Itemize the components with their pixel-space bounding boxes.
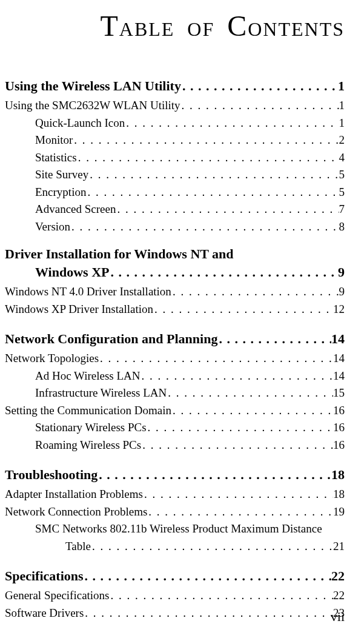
toc-label: Terminology bbox=[5, 633, 77, 638]
toc-sub: Network Connection Problems 19 bbox=[5, 503, 345, 521]
toc-page-num: 18 bbox=[333, 486, 345, 503]
toc-leader bbox=[181, 76, 338, 96]
toc-label: Table bbox=[65, 538, 91, 556]
toc-label: Stationary Wireless PCs bbox=[35, 419, 147, 437]
toc-page-num: 8 bbox=[339, 218, 345, 236]
toc-sub: Windows NT 4.0 Driver Installation 9 bbox=[5, 283, 345, 301]
toc-leader bbox=[77, 149, 339, 167]
toc-label: Monitor bbox=[35, 132, 73, 149]
toc-label: Specifications bbox=[5, 566, 84, 586]
toc-label: Advanced Screen bbox=[35, 201, 116, 218]
toc-label: Windows NT 4.0 Driver Installation bbox=[5, 283, 171, 301]
toc-subsub: Encryption 5 bbox=[35, 184, 345, 201]
toc-leader bbox=[153, 301, 333, 318]
toc-page-num: 1 bbox=[338, 76, 345, 96]
toc-leader bbox=[171, 283, 339, 301]
toc-page-num: 9 bbox=[339, 283, 345, 301]
toc-page-num: 14 bbox=[331, 329, 345, 349]
toc-page-num: 5 bbox=[339, 166, 345, 184]
toc-leader bbox=[77, 633, 331, 638]
toc-subsub: Statistics 4 bbox=[35, 149, 345, 167]
toc-label: Setting the Communication Domain bbox=[5, 402, 171, 420]
toc-subsub-wrap: SMC Networks 802.11b Wireless Product Ma… bbox=[35, 520, 345, 538]
toc-label: Infrastructure Wireless LAN bbox=[35, 384, 167, 402]
toc-subsub: Version 8 bbox=[35, 218, 345, 236]
toc-page-num: 22 bbox=[333, 587, 345, 605]
toc-section: Using the Wireless LAN Utility 1 bbox=[5, 76, 345, 96]
toc-sub: Adapter Installation Problems 18 bbox=[5, 486, 345, 503]
toc-leader bbox=[84, 566, 331, 586]
page-title: TABLE OF CONTENTS bbox=[5, 9, 345, 42]
toc-page-num: 22 bbox=[331, 566, 345, 586]
toc-leader bbox=[84, 605, 333, 622]
toc-label: Network Connection Problems bbox=[5, 503, 147, 521]
toc-label: SMC Networks 802.11b Wireless Product Ma… bbox=[35, 522, 322, 535]
toc-page-num: 24 bbox=[331, 633, 345, 638]
toc-leader bbox=[143, 486, 333, 503]
toc-page-num: 4 bbox=[339, 149, 345, 167]
toc-subsubsub: Table 21 bbox=[65, 538, 345, 556]
toc-leader bbox=[141, 368, 333, 385]
toc-leader bbox=[116, 201, 339, 218]
toc-label: Adapter Installation Problems bbox=[5, 486, 143, 503]
toc-leader bbox=[141, 437, 333, 454]
toc-subsub: Infrastructure Wireless LAN 15 bbox=[35, 384, 345, 402]
toc-leader bbox=[147, 503, 333, 521]
toc-label: Quick-Launch Icon bbox=[35, 115, 125, 132]
toc-subsub: Quick-Launch Icon 1 bbox=[35, 115, 345, 132]
toc-page-num: 12 bbox=[333, 301, 345, 318]
toc-leader bbox=[167, 384, 333, 402]
toc-leader bbox=[98, 465, 331, 485]
toc-section: Troubleshooting 18 bbox=[5, 465, 345, 485]
toc-page-num: 9 bbox=[338, 262, 345, 282]
toc-page-num: 14 bbox=[333, 350, 345, 368]
toc-label: Statistics bbox=[35, 149, 77, 167]
toc-subsub: Advanced Screen 7 bbox=[35, 201, 345, 218]
toc-label: Version bbox=[35, 218, 70, 236]
toc-subsub: Monitor 2 bbox=[35, 132, 345, 149]
toc-page-num: 18 bbox=[331, 465, 345, 485]
toc-section: Specifications 22 bbox=[5, 566, 345, 586]
toc-label: Using the Wireless LAN Utility bbox=[5, 76, 181, 96]
toc-leader bbox=[88, 166, 339, 184]
toc-page-num: 5 bbox=[339, 184, 345, 201]
toc-sub: Setting the Communication Domain 16 bbox=[5, 402, 345, 420]
toc-label: General Specifications bbox=[5, 587, 110, 605]
toc-section: Driver Installation for Windows NT and bbox=[5, 246, 345, 262]
toc-label: Using the SMC2632W WLAN Utility bbox=[5, 97, 180, 115]
toc-leader bbox=[109, 262, 338, 282]
toc-label: Network Configuration and Planning bbox=[5, 329, 217, 349]
toc-page-num: 15 bbox=[333, 384, 345, 402]
toc-subsub: Stationary Wireless PCs 16 bbox=[35, 419, 345, 437]
toc-leader bbox=[147, 419, 333, 437]
toc-page: TABLE OF CONTENTS Using the Wireless LAN… bbox=[0, 0, 364, 638]
toc-page-num: 21 bbox=[333, 538, 345, 556]
toc-page-num: 16 bbox=[333, 402, 345, 420]
toc-label: Encryption bbox=[35, 184, 86, 201]
toc-leader bbox=[91, 538, 333, 556]
toc-leader bbox=[171, 402, 333, 420]
toc-page-num: 7 bbox=[339, 201, 345, 218]
toc-label: Ad Hoc Wireless LAN bbox=[35, 368, 141, 385]
toc-label: Roaming Wireless PCs bbox=[35, 437, 141, 454]
toc-sub: General Specifications 22 bbox=[5, 587, 345, 605]
toc-page-num: 16 bbox=[333, 437, 345, 454]
toc-label: Software Drivers bbox=[5, 605, 84, 622]
toc-sub: Windows XP Driver Installation 12 bbox=[5, 301, 345, 318]
toc-sub: Using the SMC2632W WLAN Utility 1 bbox=[5, 97, 345, 115]
toc-section: Terminology 24 bbox=[5, 633, 345, 638]
toc-leader bbox=[125, 115, 339, 132]
toc-page-num: 2 bbox=[339, 132, 345, 149]
page-folio: vii bbox=[331, 609, 345, 625]
toc-page-num: 1 bbox=[339, 115, 345, 132]
toc-subsub: Ad Hoc Wireless LAN 14 bbox=[35, 368, 345, 385]
toc-sub: Network Topologies 14 bbox=[5, 350, 345, 368]
toc-section-continue: Windows XP 9 bbox=[35, 262, 345, 282]
toc-subsub: Roaming Wireless PCs 16 bbox=[35, 437, 345, 454]
toc-page-num: 1 bbox=[339, 97, 345, 115]
toc-label: Windows XP Driver Installation bbox=[5, 301, 153, 318]
toc-label: Troubleshooting bbox=[5, 465, 98, 485]
toc-leader bbox=[180, 97, 339, 115]
toc-page-num: 19 bbox=[333, 503, 345, 521]
toc-section: Network Configuration and Planning 14 bbox=[5, 329, 345, 349]
